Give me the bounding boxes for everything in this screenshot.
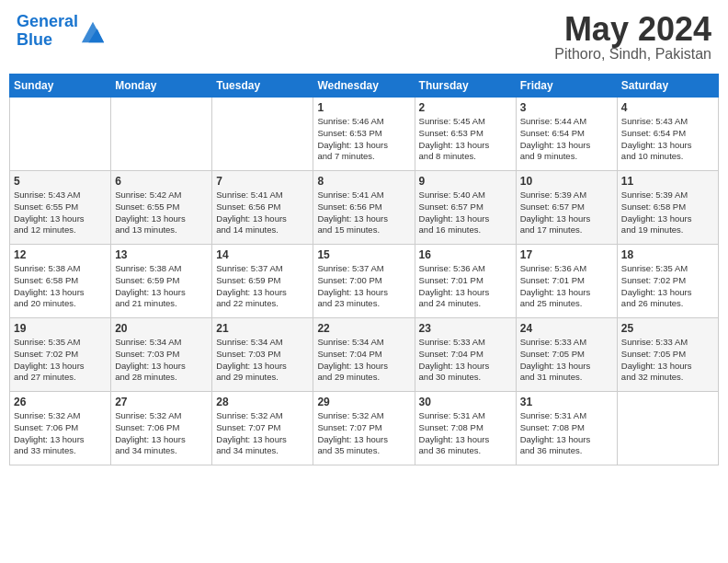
- day-cell: [617, 392, 718, 465]
- day-info: and 10 minutes.: [621, 151, 714, 163]
- day-number: 19: [14, 322, 107, 335]
- day-info: Sunset: 6:57 PM: [520, 201, 613, 213]
- day-info: and 31 minutes.: [520, 372, 613, 384]
- day-cell: 22Sunrise: 5:34 AMSunset: 7:04 PMDayligh…: [313, 318, 415, 392]
- day-cell: 4Sunrise: 5:43 AMSunset: 6:54 PMDaylight…: [617, 98, 718, 171]
- day-number: 17: [520, 248, 613, 261]
- day-info: Sunset: 6:56 PM: [216, 201, 309, 213]
- day-info: Sunrise: 5:41 AM: [216, 190, 309, 201]
- day-info: Daylight: 13 hours: [419, 434, 512, 446]
- day-number: 29: [317, 396, 410, 408]
- day-number: 31: [520, 396, 613, 408]
- day-info: Sunrise: 5:46 AM: [317, 116, 410, 128]
- day-cell: 11Sunrise: 5:39 AMSunset: 6:58 PMDayligh…: [617, 171, 718, 245]
- day-info: and 33 minutes.: [14, 445, 107, 457]
- day-info: Sunrise: 5:43 AM: [621, 116, 714, 128]
- day-info: Sunset: 6:53 PM: [419, 128, 512, 140]
- week-row-1: 1Sunrise: 5:46 AMSunset: 6:53 PMDaylight…: [10, 98, 719, 171]
- day-info: Sunset: 6:53 PM: [317, 128, 410, 140]
- day-cell: 29Sunrise: 5:32 AMSunset: 7:07 PMDayligh…: [313, 392, 415, 465]
- day-cell: 14Sunrise: 5:37 AMSunset: 6:59 PMDayligh…: [212, 245, 313, 318]
- week-row-2: 5Sunrise: 5:43 AMSunset: 6:55 PMDaylight…: [10, 171, 719, 245]
- week-row-4: 19Sunrise: 5:35 AMSunset: 7:02 PMDayligh…: [10, 318, 719, 392]
- day-info: and 17 minutes.: [520, 224, 613, 236]
- day-number: 10: [520, 175, 613, 188]
- weekday-header-sunday: Sunday: [10, 75, 111, 98]
- day-cell: 23Sunrise: 5:33 AMSunset: 7:04 PMDayligh…: [415, 318, 516, 392]
- day-info: Sunrise: 5:34 AM: [317, 337, 410, 349]
- day-info: and 20 minutes.: [14, 298, 107, 310]
- day-info: Daylight: 13 hours: [520, 361, 613, 373]
- day-number: 28: [216, 396, 309, 408]
- day-number: 26: [14, 396, 107, 408]
- day-info: Sunset: 6:54 PM: [621, 128, 714, 140]
- day-info: Daylight: 13 hours: [216, 287, 309, 299]
- day-info: Sunset: 7:08 PM: [520, 422, 613, 434]
- day-info: Sunrise: 5:33 AM: [621, 337, 714, 349]
- day-info: Daylight: 13 hours: [419, 213, 512, 225]
- day-info: Daylight: 13 hours: [317, 434, 410, 446]
- day-cell: 6Sunrise: 5:42 AMSunset: 6:55 PMDaylight…: [111, 171, 212, 245]
- day-number: 9: [419, 175, 512, 188]
- day-info: Daylight: 13 hours: [216, 213, 309, 225]
- weekday-header-monday: Monday: [111, 75, 212, 98]
- day-info: Daylight: 13 hours: [419, 140, 512, 152]
- day-number: 15: [317, 248, 410, 261]
- page-header: General Blue May 2024 Pithoro, Sindh, Pa…: [9, 9, 719, 66]
- day-info: Daylight: 13 hours: [317, 287, 410, 299]
- day-cell: 12Sunrise: 5:38 AMSunset: 6:58 PMDayligh…: [10, 245, 111, 318]
- day-info: Sunset: 7:01 PM: [520, 275, 613, 287]
- day-info: Sunrise: 5:38 AM: [14, 263, 107, 275]
- day-number: 6: [115, 175, 208, 188]
- day-info: Sunset: 7:07 PM: [216, 422, 309, 434]
- day-number: 3: [520, 101, 613, 114]
- day-info: Sunrise: 5:31 AM: [419, 410, 512, 422]
- day-info: Sunrise: 5:43 AM: [14, 190, 107, 201]
- day-info: Daylight: 13 hours: [216, 361, 309, 373]
- day-info: Sunset: 7:04 PM: [317, 349, 410, 361]
- week-row-5: 26Sunrise: 5:32 AMSunset: 7:06 PMDayligh…: [10, 392, 719, 465]
- day-info: Sunset: 7:03 PM: [216, 349, 309, 361]
- day-info: Daylight: 13 hours: [115, 213, 208, 225]
- day-info: Sunrise: 5:34 AM: [115, 337, 208, 349]
- day-info: and 12 minutes.: [14, 224, 107, 236]
- day-info: and 23 minutes.: [317, 298, 410, 310]
- calendar-table: SundayMondayTuesdayWednesdayThursdayFrid…: [9, 74, 719, 465]
- day-number: 11: [621, 175, 714, 188]
- day-info: Sunset: 6:58 PM: [621, 201, 714, 213]
- calendar-subtitle: Pithoro, Sindh, Pakistan: [554, 46, 711, 63]
- day-number: 23: [419, 322, 512, 335]
- day-cell: 28Sunrise: 5:32 AMSunset: 7:07 PMDayligh…: [212, 392, 313, 465]
- day-info: Sunrise: 5:35 AM: [14, 337, 107, 349]
- day-info: Sunset: 7:05 PM: [520, 349, 613, 361]
- weekday-header-friday: Friday: [516, 75, 617, 98]
- day-number: 13: [115, 248, 208, 261]
- day-info: Daylight: 13 hours: [216, 434, 309, 446]
- day-number: 2: [419, 101, 512, 114]
- day-info: and 19 minutes.: [621, 224, 714, 236]
- day-info: Sunrise: 5:42 AM: [115, 190, 208, 201]
- day-info: and 25 minutes.: [520, 298, 613, 310]
- day-info: Sunset: 6:54 PM: [520, 128, 613, 140]
- day-info: Daylight: 13 hours: [520, 213, 613, 225]
- day-info: and 35 minutes.: [317, 445, 410, 457]
- day-info: Daylight: 13 hours: [14, 213, 107, 225]
- day-info: Sunrise: 5:36 AM: [419, 263, 512, 275]
- day-info: Daylight: 13 hours: [317, 140, 410, 152]
- day-cell: 16Sunrise: 5:36 AMSunset: 7:01 PMDayligh…: [415, 245, 516, 318]
- day-info: Sunset: 7:03 PM: [115, 349, 208, 361]
- day-info: Sunset: 6:59 PM: [216, 275, 309, 287]
- day-info: Daylight: 13 hours: [317, 213, 410, 225]
- day-info: Sunrise: 5:40 AM: [419, 190, 512, 201]
- day-info: Sunset: 6:59 PM: [115, 275, 208, 287]
- day-cell: 31Sunrise: 5:31 AMSunset: 7:08 PMDayligh…: [516, 392, 617, 465]
- day-info: Sunrise: 5:33 AM: [419, 337, 512, 349]
- day-info: Sunrise: 5:41 AM: [317, 190, 410, 201]
- day-info: Sunrise: 5:31 AM: [520, 410, 613, 422]
- day-info: Sunrise: 5:38 AM: [115, 263, 208, 275]
- day-number: 27: [115, 396, 208, 408]
- day-cell: 26Sunrise: 5:32 AMSunset: 7:06 PMDayligh…: [10, 392, 111, 465]
- day-cell: 27Sunrise: 5:32 AMSunset: 7:06 PMDayligh…: [111, 392, 212, 465]
- day-info: Daylight: 13 hours: [520, 434, 613, 446]
- day-cell: 30Sunrise: 5:31 AMSunset: 7:08 PMDayligh…: [415, 392, 516, 465]
